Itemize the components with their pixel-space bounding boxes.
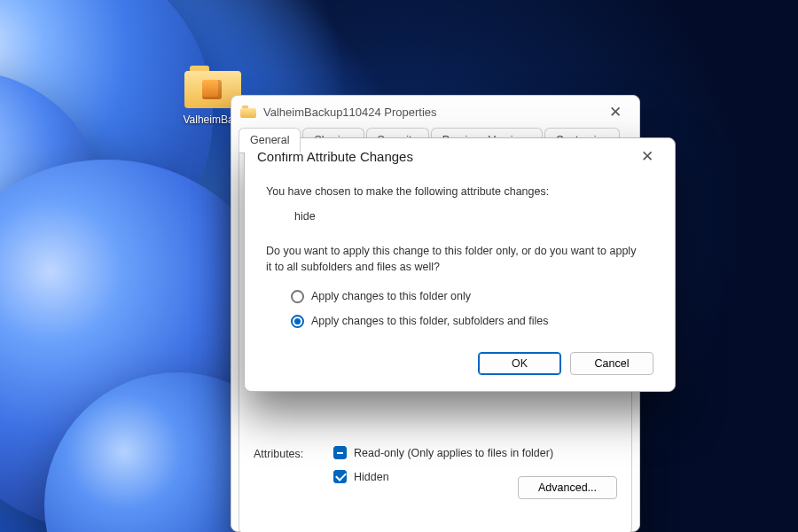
folder-icon [240, 106, 256, 118]
confirm-ask: Do you want to apply this change to this… [266, 244, 638, 275]
checkbox-icon [333, 446, 347, 459]
radio-folder-only-label: Apply changes to this folder only [311, 289, 471, 305]
confirm-dialog: Confirm Attribute Changes ✕ You have cho… [244, 137, 676, 392]
close-icon[interactable]: ✕ [600, 103, 630, 121]
properties-titlebar[interactable]: ValheimBackup110424 Properties ✕ [231, 96, 639, 128]
readonly-label: Read-only (Only applies to files in fold… [354, 447, 553, 459]
cancel-button[interactable]: Cancel [570, 352, 653, 375]
attributes-label: Attributes: [254, 446, 333, 460]
ok-button[interactable]: OK [478, 352, 561, 375]
checkbox-readonly[interactable]: Read-only (Only applies to files in fold… [333, 446, 617, 459]
confirm-lead: You have chosen to make the following at… [266, 184, 653, 200]
close-icon[interactable]: ✕ [632, 147, 662, 166]
radio-icon [291, 315, 304, 328]
confirm-change: hide [294, 209, 653, 225]
radio-recursive-label: Apply changes to this folder, subfolders… [311, 314, 549, 330]
radio-recursive[interactable]: Apply changes to this folder, subfolders… [291, 314, 653, 330]
checkbox-hidden[interactable]: Hidden Advanced... [333, 470, 617, 483]
radio-icon [291, 290, 304, 303]
confirm-title: Confirm Attribute Changes [257, 149, 632, 164]
properties-title: ValheimBackup110424 Properties [263, 106, 600, 119]
hidden-label: Hidden [354, 471, 389, 483]
checkbox-icon [333, 470, 347, 483]
radio-folder-only[interactable]: Apply changes to this folder only [291, 289, 653, 305]
advanced-button[interactable]: Advanced... [518, 476, 617, 499]
tab-general[interactable]: General [239, 128, 301, 153]
